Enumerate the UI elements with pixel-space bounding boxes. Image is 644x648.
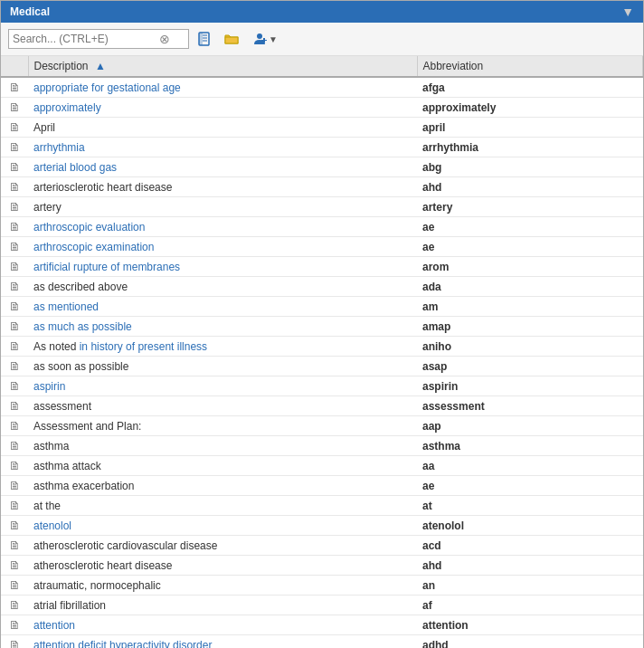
- table-body: 🗎appropriate for gestational ageafga🗎app…: [1, 77, 643, 648]
- table-row: 🗎attention deficit hyperactivity disorde…: [1, 635, 643, 649]
- table-row: 🗎as described aboveada: [1, 277, 643, 297]
- row-icon-cell: 🗎: [1, 635, 28, 649]
- table-row: 🗎atenololatenolol: [1, 516, 643, 536]
- doc-icon: 🗎: [9, 538, 21, 552]
- row-icon-cell: 🗎: [1, 396, 28, 416]
- doc-icon: 🗎: [9, 160, 21, 174]
- title-dropdown-icon[interactable]: ▼: [621, 5, 634, 19]
- description-cell[interactable]: aspirin: [28, 376, 417, 396]
- abbreviation-cell: am: [417, 297, 643, 317]
- abbreviation-cell: acd: [417, 536, 643, 556]
- search-clear-icon[interactable]: ⊗: [157, 32, 172, 46]
- description-link[interactable]: artificial rupture of membranes: [33, 261, 180, 273]
- description-cell[interactable]: arterial blood gas: [28, 157, 417, 177]
- abbreviation-text: ae: [422, 480, 434, 492]
- description-link[interactable]: arrhythmia: [33, 141, 85, 154]
- table-row: 🗎as much as possibleamap: [1, 317, 643, 337]
- table-container[interactable]: Description ▲ Abbreviation 🗎appropriate …: [1, 56, 643, 648]
- doc-icon: 🗎: [9, 240, 21, 253]
- search-input[interactable]: [13, 33, 157, 45]
- description-text: As noted in history of present illness: [33, 340, 207, 353]
- doc-icon: 🗎: [9, 260, 21, 273]
- description-link[interactable]: arterial blood gas: [33, 161, 117, 174]
- description-cell[interactable]: asthma exacerbation: [28, 476, 417, 496]
- abbreviation-column-header[interactable]: Abbreviation: [417, 56, 643, 77]
- search-box[interactable]: ⊗: [8, 29, 189, 49]
- description-link[interactable]: as much as possible: [33, 320, 132, 333]
- abbreviation-text: asap: [422, 360, 447, 373]
- description-cell[interactable]: appropriate for gestational age: [28, 77, 417, 98]
- description-cell[interactable]: assessment: [28, 396, 417, 416]
- table-row: 🗎arrhythmiaarrhythmia: [1, 138, 643, 157]
- description-link[interactable]: appropriate for gestational age: [33, 81, 181, 94]
- table-header-row: Description ▲ Abbreviation: [1, 56, 643, 77]
- row-icon-cell: 🗎: [1, 177, 28, 197]
- description-link[interactable]: as mentioned: [33, 300, 99, 313]
- description-cell[interactable]: as mentioned: [28, 297, 417, 317]
- description-link[interactable]: atenolol: [33, 519, 71, 532]
- row-icon-cell: 🗎: [1, 516, 28, 536]
- description-cell[interactable]: at the: [28, 496, 417, 516]
- description-cell[interactable]: approximately: [28, 98, 417, 118]
- description-cell[interactable]: atherosclerotic heart disease: [28, 556, 417, 576]
- description-cell[interactable]: atherosclerotic cardiovascular disease: [28, 536, 417, 556]
- doc-icon: 🗎: [9, 81, 21, 94]
- description-link[interactable]: arthroscopic examination: [33, 241, 154, 253]
- description-text: asthma attack: [33, 460, 101, 472]
- row-icon-cell: 🗎: [1, 615, 28, 635]
- description-link[interactable]: aspirin: [33, 380, 65, 393]
- toolbar: ⊗ ▼: [1, 23, 643, 56]
- description-cell[interactable]: artery: [28, 197, 417, 217]
- description-column-header[interactable]: Description ▲: [28, 56, 417, 77]
- svg-point-6: [257, 33, 262, 39]
- doc-icon: 🗎: [9, 558, 21, 572]
- description-cell[interactable]: asthma: [28, 436, 417, 456]
- description-link[interactable]: arthroscopic evaluation: [33, 221, 145, 233]
- description-text: as described above: [33, 281, 128, 293]
- description-cell[interactable]: artificial rupture of membranes: [28, 257, 417, 277]
- description-cell[interactable]: asthma attack: [28, 456, 417, 476]
- abbreviation-cell: ahd: [417, 177, 643, 197]
- person-icon: [251, 31, 268, 47]
- description-link[interactable]: attention: [33, 619, 75, 632]
- description-cell[interactable]: arthroscopic evaluation: [28, 217, 417, 237]
- row-icon-cell: 🗎: [1, 197, 28, 217]
- abbreviation-cell: arom: [417, 257, 643, 277]
- description-cell[interactable]: April: [28, 118, 417, 138]
- description-cell[interactable]: as described above: [28, 277, 417, 297]
- abbreviation-cell: attention: [417, 615, 643, 635]
- abbreviation-text: arrhythmia: [422, 141, 478, 154]
- row-icon-cell: 🗎: [1, 77, 28, 98]
- book-button[interactable]: [193, 27, 216, 51]
- description-text: artery: [33, 201, 62, 214]
- description-cell[interactable]: attention deficit hyperactivity disorder: [28, 635, 417, 649]
- doc-icon: 🗎: [9, 419, 21, 433]
- description-link[interactable]: attention deficit hyperactivity disorder: [33, 639, 212, 649]
- description-cell[interactable]: atrial fibrillation: [28, 596, 417, 615]
- description-cell[interactable]: arteriosclerotic heart disease: [28, 177, 417, 197]
- table-row: 🗎atraumatic, normocephalican: [1, 576, 643, 596]
- row-icon-cell: 🗎: [1, 576, 28, 596]
- description-cell[interactable]: attention: [28, 615, 417, 635]
- description-cell[interactable]: Assessment and Plan:: [28, 416, 417, 436]
- table-row: 🗎asthmaasthma: [1, 436, 643, 456]
- description-cell[interactable]: As noted in history of present illness: [28, 337, 417, 357]
- description-cell[interactable]: atraumatic, normocephalic: [28, 576, 417, 596]
- folder-button[interactable]: [220, 27, 243, 51]
- doc-icon: 🗎: [9, 379, 21, 393]
- table-row: 🗎atherosclerotic cardiovascular diseasea…: [1, 536, 643, 556]
- description-link[interactable]: approximately: [33, 101, 101, 114]
- description-cell[interactable]: as soon as possible: [28, 357, 417, 376]
- table-row: 🗎approximatelyapproximately: [1, 98, 643, 118]
- description-cell[interactable]: atenolol: [28, 516, 417, 536]
- table-row: 🗎artificial rupture of membranesarom: [1, 257, 643, 277]
- description-cell[interactable]: as much as possible: [28, 317, 417, 337]
- description-cell[interactable]: arthroscopic examination: [28, 237, 417, 257]
- abbreviation-text: ae: [422, 241, 434, 253]
- person-dropdown-button[interactable]: ▼: [247, 28, 282, 50]
- description-cell[interactable]: arrhythmia: [28, 138, 417, 157]
- abbreviation-cell: asthma: [417, 436, 643, 456]
- abbreviation-text: amap: [422, 320, 450, 333]
- description-text: April: [33, 121, 55, 134]
- doc-icon: 🗎: [9, 618, 21, 632]
